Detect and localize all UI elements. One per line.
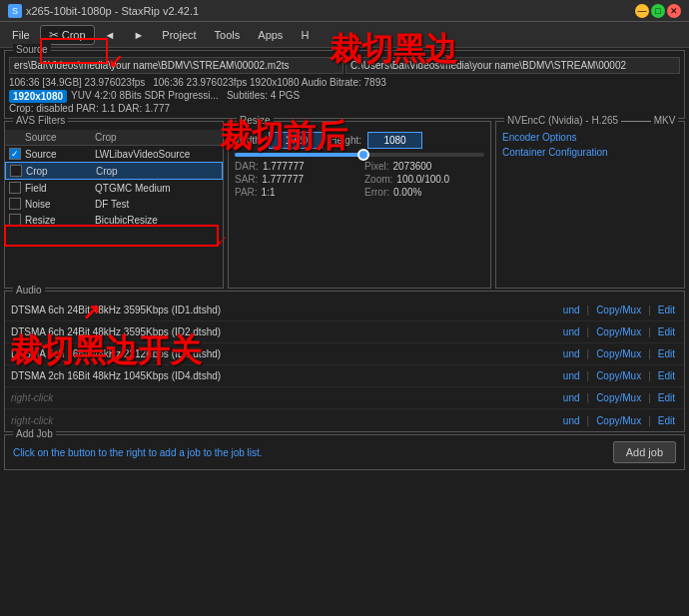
resize-slider[interactable] (235, 153, 484, 157)
avs-value-resize: BicubicResize (95, 215, 158, 226)
audio-name-2: DTSMA 6ch 24Bit 48kHz 3595Kbps (ID2.dtsh… (11, 326, 560, 337)
avs-row-resize[interactable]: Resize BicubicResize (5, 212, 223, 228)
audio-copymux-4[interactable]: Copy/Mux (593, 369, 644, 382)
avs-check-crop[interactable] (10, 165, 22, 177)
resize-label: Resize (237, 115, 274, 126)
audio-copymux-2[interactable]: Copy/Mux (593, 325, 644, 338)
menu-crop-button[interactable]: ✂ Crop (40, 25, 95, 45)
audio-edit-2[interactable]: Edit (655, 325, 678, 338)
avs-value-crop: Crop (96, 166, 118, 177)
width-input[interactable] (269, 132, 324, 149)
audio-copymux-1[interactable]: Copy/Mux (593, 304, 644, 316)
title-bar: S x265-10bit-1080p - StaxRip v2.42.1 — □… (0, 0, 689, 22)
audio-actions-6: und | Copy/Mux | Edit (560, 414, 678, 427)
menu-project[interactable]: Project (154, 26, 204, 44)
app-icon: S (8, 4, 22, 18)
audio-edit-6[interactable]: Edit (655, 414, 678, 427)
resize-stats: DAR: 1.777777 Pixel: 2073600 SAR: 1.7777… (235, 161, 484, 198)
avs-row-noise[interactable]: Noise DF Test (5, 196, 223, 212)
stat-error: Error: 0.00% (364, 187, 484, 198)
add-job-label: Add Job (13, 428, 56, 439)
avs-empty-space (5, 228, 223, 288)
audio-name-3: DTSMA 6ch 16Bit 48kHz 2212Kbps (ID3.dtsh… (11, 348, 560, 359)
menu-file[interactable]: File (4, 26, 38, 44)
audio-und-3[interactable]: und (560, 347, 583, 360)
avs-check-resize[interactable] (9, 214, 21, 226)
menu-tools[interactable]: Tools (207, 26, 249, 44)
source-format: YUV 4:2:0 8Bits SDR Progressi... (71, 90, 219, 103)
avs-value-source: LWLibavVideoSource (95, 149, 190, 160)
avs-label: AVS Filters (13, 115, 68, 126)
audio-copymux-5[interactable]: Copy/Mux (593, 391, 644, 404)
source-path-right: C:\Users\Bai\Videos\media\your name\BDMV… (345, 57, 680, 74)
source-info-left: 106:36 [34.9GB] 23.976023fps (9, 77, 145, 88)
avs-col-crop: Crop (95, 132, 117, 143)
audio-actions-3: und | Copy/Mux | Edit (560, 347, 678, 360)
audio-copymux-6[interactable]: Copy/Mux (593, 414, 644, 427)
avs-row-field[interactable]: Field QTGMC Medium (5, 180, 223, 196)
audio-track-1: DTSMA 6ch 24Bit 48kHz 3595Kbps (ID1.dtsh… (5, 300, 684, 321)
audio-edit-1[interactable]: Edit (655, 304, 678, 316)
avs-col-check (9, 132, 25, 143)
add-job-section: Add Job Click on the button to the right… (4, 434, 685, 470)
source-label: Source (13, 44, 51, 55)
avs-row-crop[interactable]: Crop Crop (5, 162, 223, 180)
nvenc-section: NVEncC (Nvidia) - H.265 ——— MKV Encoder … (495, 121, 685, 289)
audio-name-4: DTSMA 2ch 16Bit 48kHz 1045Kbps (ID4.dtsh… (11, 370, 560, 381)
menu-apps[interactable]: Apps (250, 26, 291, 44)
source-subtitles: Subtitles: 4 PGS (227, 90, 300, 103)
avs-row-source[interactable]: ✓ Source LWLibavVideoSource (5, 146, 223, 162)
audio-copymux-3[interactable]: Copy/Mux (593, 347, 644, 360)
avs-check-noise[interactable] (9, 198, 21, 210)
nvenc-inner: Encoder Options Container Configuration (496, 122, 684, 162)
stat-zoom: Zoom: 100.0/100.0 (364, 174, 484, 185)
maximize-button[interactable]: □ (651, 4, 665, 18)
audio-actions-2: und | Copy/Mux | Edit (560, 325, 678, 338)
add-job-hint: Click on the button to the right to add … (13, 447, 263, 458)
audio-name-1: DTSMA 6ch 24Bit 48kHz 3595Kbps (ID1.dtsh… (11, 305, 560, 315)
avs-name-resize: Resize (25, 215, 95, 226)
window-controls: — □ ✕ (635, 4, 681, 18)
slider-thumb (357, 149, 369, 161)
audio-track-2: DTSMA 6ch 24Bit 48kHz 3595Kbps (ID2.dtsh… (5, 321, 684, 343)
middle-row: AVS Filters Source Crop ✓ Source LWLibav… (4, 121, 685, 289)
stat-dar: DAR: 1.777777 (235, 161, 354, 172)
avs-header: Source Crop (5, 130, 223, 146)
crop-btn-label: Crop (62, 29, 86, 41)
audio-track-6: right-click und | Copy/Mux | Edit (5, 409, 684, 431)
avs-name-noise: Noise (25, 199, 95, 210)
menu-item2[interactable]: ◄ (97, 26, 124, 44)
container-config[interactable]: Container Configuration (502, 147, 678, 158)
audio-edit-5[interactable]: Edit (655, 391, 678, 404)
audio-name-6: right-click (11, 415, 560, 426)
avs-check-field[interactable] (9, 182, 21, 194)
height-input[interactable] (367, 132, 422, 149)
avs-value-noise: DF Test (95, 199, 129, 210)
menu-help[interactable]: H (293, 26, 317, 44)
avs-check-source[interactable]: ✓ (9, 148, 21, 160)
audio-edit-4[interactable]: Edit (655, 369, 678, 382)
stat-par: PAR: 1:1 (235, 187, 354, 198)
close-button[interactable]: ✕ (667, 4, 681, 18)
audio-und-4[interactable]: und (560, 369, 583, 382)
audio-track-5: right-click und | Copy/Mux | Edit (5, 387, 684, 409)
source-crop: Crop: disabled PAR: 1.1 DAR: 1.777 (9, 103, 680, 114)
menu-bar: File ✂ Crop ◄ ► Project Tools Apps H (0, 22, 689, 48)
audio-und-2[interactable]: und (560, 325, 583, 338)
audio-section: Audio DTSMA 6ch 24Bit 48kHz 3595Kbps (ID… (4, 291, 685, 432)
source-row2: 1920x1080 YUV 4:2:0 8Bits SDR Progressi.… (9, 90, 680, 103)
resize-inner: Width: Height: DAR: 1.777777 Pixel: 2073… (229, 122, 490, 202)
audio-label: Audio (13, 285, 45, 296)
source-path-left: ers\Bai\Videos\media\your name\BDMV\STRE… (9, 57, 344, 74)
encoder-options[interactable]: Encoder Options (502, 132, 678, 143)
scissors-icon: ✂ (49, 28, 59, 42)
add-job-button[interactable]: Add job (613, 441, 676, 463)
audio-und-6[interactable]: und (560, 414, 583, 427)
audio-und-1[interactable]: und (560, 304, 583, 316)
audio-und-5[interactable]: und (560, 391, 583, 404)
audio-actions-1: und | Copy/Mux | Edit (560, 304, 678, 316)
audio-edit-3[interactable]: Edit (655, 347, 678, 360)
minimize-button[interactable]: — (635, 4, 649, 18)
menu-item3[interactable]: ► (125, 26, 152, 44)
avs-col-source: Source (25, 132, 95, 143)
